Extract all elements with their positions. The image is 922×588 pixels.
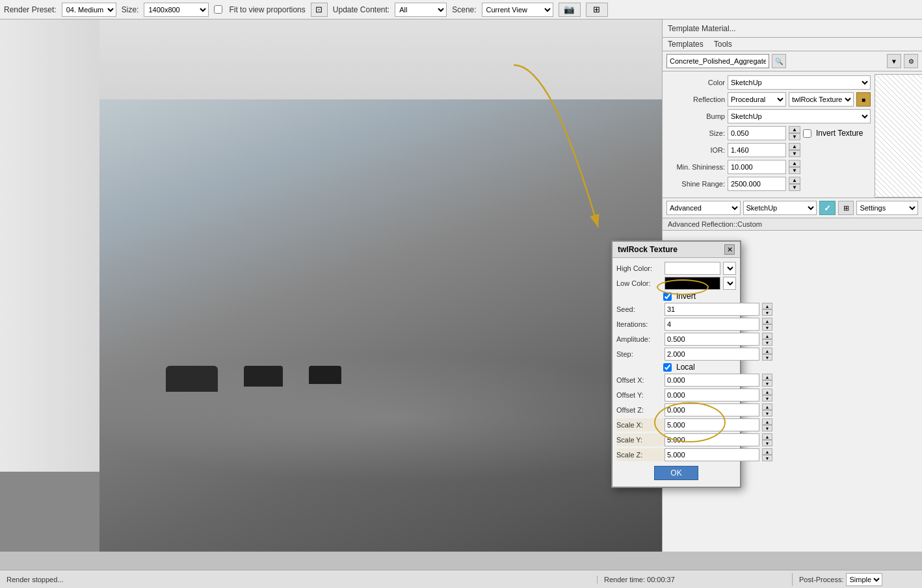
min-shininess-down[interactable]: ▼ [789,167,800,174]
low-color-dropdown[interactable]: ▼ [723,277,736,290]
min-shininess-up[interactable]: ▲ [789,160,800,167]
advanced-select[interactable]: Advanced [666,201,741,215]
settings-select[interactable]: Settings [856,201,918,215]
step-input[interactable] [665,348,759,361]
scale-z-down[interactable]: ▼ [762,455,772,461]
scale-y-spinner: ▲ ▼ [762,433,772,446]
fit-icon-button[interactable]: ⊡ [311,3,328,17]
bench-silhouettes [166,366,341,392]
scale-z-row: Scale Z: ▲ ▼ [616,448,736,461]
size-down[interactable]: ▼ [789,133,800,140]
high-color-dropdown[interactable]: ▼ [723,262,736,275]
iterations-down[interactable]: ▼ [762,324,772,331]
scale-z-input[interactable] [665,448,759,461]
seed-up[interactable]: ▲ [762,303,772,309]
offset-y-down[interactable]: ▼ [762,395,772,402]
render-scene [0,19,662,552]
shine-range-down[interactable]: ▼ [789,184,800,191]
scale-y-input[interactable] [665,433,759,446]
reflection-edit-button[interactable]: ■ [856,92,871,107]
camera-icon-button[interactable]: 📷 [559,3,581,17]
update-content-select[interactable]: All [395,3,447,17]
reflection-texture-select[interactable]: twlRock Texture [789,92,854,107]
step-down[interactable]: ▼ [762,354,772,361]
reflection-select[interactable]: Procedural [728,92,786,107]
offset-z-down[interactable]: ▼ [762,410,772,416]
render-viewport [0,19,662,552]
amplitude-down[interactable]: ▼ [762,339,772,346]
amplitude-input[interactable] [665,333,759,346]
invert-checkbox[interactable] [663,292,672,301]
ior-up[interactable]: ▲ [789,143,800,150]
panel-bottom-bar: Advanced SketchUp ✓ ⊞ Settings [663,198,922,218]
settings-icon-button[interactable]: ⚙ [904,54,918,68]
scale-z-up[interactable]: ▲ [762,448,772,455]
arrow-down-button[interactable]: ▼ [887,54,901,68]
offset-x-label: Offset X: [616,376,662,384]
scale-y-up[interactable]: ▲ [762,433,772,440]
offset-x-up[interactable]: ▲ [762,374,772,380]
min-shininess-label: Min. Shininess: [666,163,725,171]
sketchup-select[interactable]: SketchUp [743,201,817,215]
scale-x-up[interactable]: ▲ [762,418,772,425]
menu-templates[interactable]: Templates [668,40,704,49]
green-check-button[interactable]: ✓ [819,201,836,215]
offset-z-up[interactable]: ▲ [762,403,772,410]
seed-down[interactable]: ▼ [762,309,772,316]
post-process-select[interactable]: Simple [846,573,882,586]
bump-select[interactable]: SketchUp [728,109,871,123]
size-up[interactable]: ▲ [789,126,800,133]
low-color-swatch[interactable] [665,277,720,290]
offset-z-row: Offset Z: ▲ ▼ [616,403,736,416]
invert-row: Invert [663,292,736,301]
local-checkbox[interactable] [663,363,672,372]
iterations-input[interactable] [665,318,759,331]
high-color-label: High Color: [616,264,662,272]
low-color-row: Low Color: ▼ [616,277,736,290]
offset-x-input[interactable] [665,374,759,387]
scale-x-down[interactable]: ▼ [762,425,772,431]
ior-input[interactable] [728,143,786,157]
status-left: Render stopped... [0,576,597,583]
view-icon-button[interactable]: ⊞ [586,3,608,17]
amplitude-up[interactable]: ▲ [762,333,772,339]
offset-y-input[interactable] [665,389,759,402]
menu-tools[interactable]: Tools [714,40,732,49]
high-color-swatch[interactable] [665,262,720,275]
scale-x-row: Scale X: ▲ ▼ [616,418,736,431]
shine-range-input[interactable] [728,177,786,191]
size-select[interactable]: 1400x800 [144,3,209,17]
ior-down[interactable]: ▼ [789,150,800,157]
min-shininess-input[interactable] [728,160,786,174]
ok-button[interactable]: OK [654,466,698,480]
scene-select[interactable]: Current View [482,3,553,17]
search-button[interactable]: 🔍 [772,54,786,68]
amplitude-row: Amplitude: ▲ ▼ [616,333,736,346]
scale-y-row: Scale Y: ▲ ▼ [616,433,736,446]
offset-y-up[interactable]: ▲ [762,389,772,395]
color-select[interactable]: SketchUp [728,75,871,90]
step-up[interactable]: ▲ [762,348,772,354]
scale-y-down[interactable]: ▼ [762,440,772,446]
offset-x-down[interactable]: ▼ [762,380,772,387]
render-preset-label: Render Preset: [4,5,57,14]
offset-y-row: Offset Y: ▲ ▼ [616,389,736,402]
ior-spinner: ▲ ▼ [789,143,800,157]
render-preset-select[interactable]: 04. Medium [62,3,116,17]
ior-label: IOR: [666,146,725,154]
offset-z-input[interactable] [665,403,759,416]
invert-texture-checkbox[interactable] [803,129,811,138]
material-search-input[interactable] [666,54,769,68]
size-input[interactable] [728,126,786,140]
grid-icon-button[interactable]: ⊞ [838,201,854,215]
shine-range-up[interactable]: ▲ [789,177,800,184]
ior-row: IOR: ▲ ▼ [666,143,871,157]
iterations-spinner: ▲ ▼ [762,318,772,331]
scale-x-input[interactable] [665,418,759,431]
seed-input[interactable] [665,303,759,316]
floor [0,286,662,552]
invert-label: Invert [676,292,696,301]
fit-to-view-checkbox[interactable] [214,5,222,14]
iterations-up[interactable]: ▲ [762,318,772,324]
dialog-close-button[interactable]: ✕ [724,244,735,255]
